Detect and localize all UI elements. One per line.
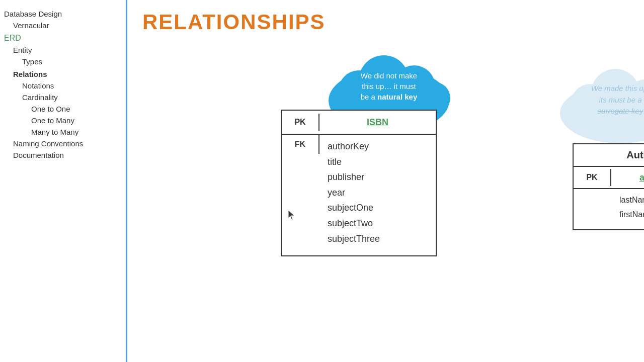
sidebar: Database Design Vernacular ERD Entity Ty… [0, 0, 127, 362]
field-lastname: lastName [619, 193, 644, 208]
field-title: title [328, 154, 428, 170]
table-author-title: Author [574, 144, 644, 167]
pk-value-isbn: ISBN [319, 113, 436, 132]
pk-label-right: PK [574, 169, 611, 186]
sidebar-item-types[interactable]: Types [4, 56, 126, 67]
fk-label: FK [282, 135, 319, 154]
cloud-text-left: We did not make this up… it must be a na… [334, 65, 444, 107]
field-subjecttwo: subjectTwo [328, 216, 428, 231]
sidebar-item-cardinality[interactable]: Cardinality [4, 92, 126, 103]
sidebar-item-erd[interactable]: ERD [4, 32, 126, 44]
pk-value-authorkey: authorKey [611, 168, 644, 187]
sidebar-item-notations[interactable]: Notations [4, 80, 126, 92]
table-author-header: PK authorKey [574, 167, 644, 189]
table-author-body: PK lastName firstName [574, 189, 644, 229]
sidebar-item-relations[interactable]: Relations [4, 68, 126, 80]
sidebar-item-many-to-many[interactable]: Many to Many [4, 126, 126, 138]
field-firstname: firstName [619, 208, 644, 222]
field-authorkey: authorKey [328, 139, 428, 154]
table-book-header: PK ISBN [282, 111, 436, 135]
main-content: RELATIONSHIPS We did not make this up… i… [127, 0, 644, 362]
cloud-bubble-right: We made this up, its must be a surrogate… [550, 65, 644, 146]
sidebar-item-documentation[interactable]: Documentation [4, 149, 126, 161]
cloud-text-right: We made this up, its must be a surrogate… [560, 78, 644, 122]
table-author-fields: lastName firstName [611, 189, 644, 226]
sidebar-item-entity[interactable]: Entity [4, 44, 126, 56]
sidebar-item-one-to-many[interactable]: One to Many [4, 115, 126, 126]
field-year: year [328, 185, 428, 201]
sidebar-item-one-to-one[interactable]: One to One [4, 103, 126, 115]
sidebar-item-database-design[interactable]: Database Design [4, 8, 126, 20]
field-subjectone: subjectOne [328, 200, 428, 216]
sidebar-item-vernacular[interactable]: Vernacular [4, 20, 126, 31]
table-book-fields: authorKey title publisher year subjectOn… [319, 135, 436, 250]
table-book: PK ISBN FK authorKey title publisher yea… [281, 110, 437, 256]
page-title: RELATIONSHIPS [142, 10, 629, 34]
field-publisher: publisher [328, 169, 428, 185]
table-author: Author PK authorKey PK lastName firstNam… [573, 143, 644, 230]
field-subjectthree: subjectThree [328, 231, 428, 247]
pk-label-left: PK [282, 114, 319, 131]
table-book-body: FK authorKey title publisher year subjec… [282, 135, 436, 255]
sidebar-item-naming-conventions[interactable]: Naming Conventions [4, 138, 126, 149]
